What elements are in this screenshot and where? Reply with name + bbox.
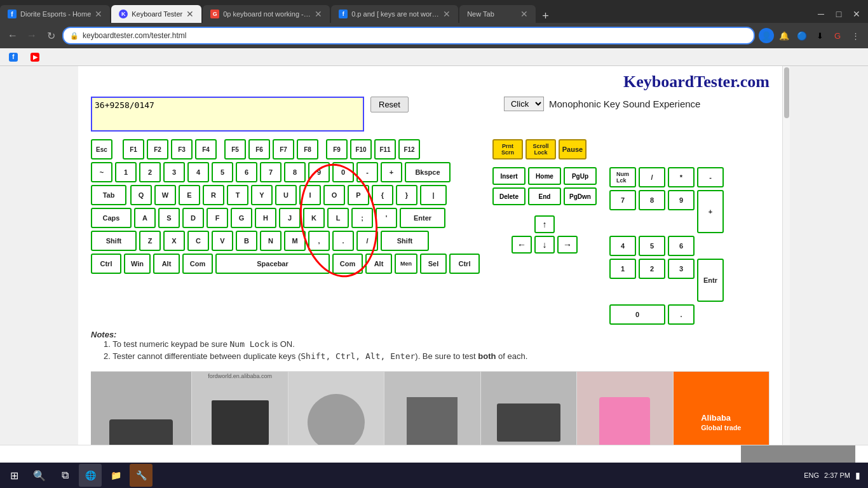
key-y[interactable]: Y [251, 185, 273, 205]
key-shift-right[interactable]: Shift [381, 231, 429, 251]
key-k[interactable]: K [303, 208, 325, 228]
key-h[interactable]: H [255, 208, 276, 228]
key-num-1[interactable]: 1 [609, 259, 636, 279]
bookmark-fb[interactable]: f [5, 51, 22, 63]
key-up[interactable]: ↑ [534, 215, 555, 233]
key-caps[interactable]: Caps [91, 208, 132, 228]
tab-close-5[interactable]: ✕ [520, 9, 528, 19]
key-end[interactable]: End [528, 187, 561, 205]
app-btn-orange[interactable]: 🔧 [130, 464, 153, 479]
key-num-minus[interactable]: - [697, 167, 724, 187]
key-ctrl-right[interactable]: Ctrl [449, 254, 480, 274]
key-alt-right[interactable]: Alt [365, 254, 392, 274]
key-v[interactable]: V [212, 231, 233, 251]
extension-icon-2[interactable]: 🔵 [794, 28, 810, 43]
key-e[interactable]: E [179, 185, 200, 205]
key-f3[interactable]: F3 [171, 139, 193, 159]
key-3[interactable]: 3 [163, 162, 185, 182]
key-pgdn[interactable]: PgDwn [564, 187, 597, 205]
key-num-3[interactable]: 3 [668, 259, 695, 279]
key-5[interactable]: 5 [212, 162, 233, 182]
key-w[interactable]: W [154, 185, 176, 205]
key-x[interactable]: X [163, 231, 185, 251]
key-f[interactable]: F [207, 208, 228, 228]
key-num-dot[interactable]: . [668, 304, 695, 325]
key-minus[interactable]: - [356, 162, 378, 182]
scrollbar[interactable] [782, 66, 790, 479]
extension-icon-1[interactable]: 🔔 [776, 28, 792, 43]
key-home[interactable]: Home [528, 167, 561, 185]
new-tab-button[interactable]: + [537, 10, 554, 23]
key-plus[interactable]: + [381, 162, 402, 182]
key-sel[interactable]: Sel [420, 254, 447, 274]
key-backspace[interactable]: Bkspce [405, 162, 451, 182]
key-b[interactable]: B [236, 231, 257, 251]
back-button[interactable]: ← [5, 28, 20, 43]
chrome-taskbar-btn[interactable]: 🌐 [79, 464, 102, 479]
key-pause[interactable]: Pause [559, 139, 587, 159]
file-explorer-btn[interactable]: 📁 [104, 464, 127, 479]
bookmark-yt[interactable]: ▶ [27, 51, 43, 63]
refresh-button[interactable]: ↻ [43, 28, 58, 43]
key-a[interactable]: A [134, 208, 156, 228]
key-textarea[interactable]: 36+9258/0147 [91, 97, 364, 132]
key-quote[interactable]: ' [376, 208, 397, 228]
tab-close-3[interactable]: ✕ [315, 9, 322, 19]
reset-button[interactable]: Reset [370, 97, 409, 112]
key-f4[interactable]: F4 [195, 139, 217, 159]
scrollbar-thumb[interactable] [784, 67, 789, 118]
maximize-button[interactable]: □ [830, 5, 848, 23]
key-left[interactable]: ← [512, 236, 532, 254]
forward-button[interactable]: → [24, 28, 39, 43]
key-j[interactable]: J [279, 208, 301, 228]
key-alt-left[interactable]: Alt [153, 254, 180, 274]
key-c[interactable]: C [187, 231, 209, 251]
extension-icon-3[interactable]: ⬇ [812, 28, 827, 43]
key-q[interactable]: Q [130, 185, 152, 205]
account-icon[interactable]: 👤 [759, 28, 774, 43]
key-num-enter[interactable]: Entr [697, 259, 724, 302]
key-tab[interactable]: Tab [91, 185, 126, 205]
key-f11[interactable]: F11 [374, 139, 396, 159]
key-num-4[interactable]: 4 [609, 236, 636, 256]
key-print-screen[interactable]: PrntScrn [492, 139, 523, 159]
key-s[interactable]: S [158, 208, 180, 228]
key-d[interactable]: D [182, 208, 204, 228]
key-num-lock[interactable]: NumLck [609, 167, 636, 187]
key-num-plus[interactable]: + [697, 190, 724, 233]
key-z[interactable]: Z [139, 231, 161, 251]
key-rbracket[interactable]: } [396, 185, 417, 205]
key-f7[interactable]: F7 [273, 139, 294, 159]
key-enter[interactable]: Enter [400, 208, 445, 228]
key-delete[interactable]: Delete [492, 187, 526, 205]
key-slash[interactable]: / [356, 231, 378, 251]
tab-close-4[interactable]: ✕ [443, 9, 451, 19]
key-o[interactable]: O [323, 185, 345, 205]
key-num-0[interactable]: 0 [609, 304, 665, 325]
key-6[interactable]: 6 [236, 162, 257, 182]
key-period[interactable]: . [332, 231, 354, 251]
tab-close-2[interactable]: ✕ [186, 9, 194, 19]
key-num-8[interactable]: 8 [639, 190, 665, 210]
key-u[interactable]: U [275, 185, 297, 205]
key-scroll-lock[interactable]: ScrollLock [526, 139, 556, 159]
key-num-7[interactable]: 7 [609, 190, 636, 210]
key-num-div[interactable]: / [639, 167, 665, 187]
key-spacebar[interactable]: Spacebar [215, 254, 330, 274]
key-comma[interactable]: , [308, 231, 330, 251]
key-right[interactable]: → [557, 236, 578, 254]
key-l[interactable]: L [327, 208, 349, 228]
key-g[interactable]: G [231, 208, 252, 228]
tab-close-1[interactable]: ✕ [95, 9, 102, 19]
key-9[interactable]: 9 [308, 162, 330, 182]
key-0[interactable]: 0 [332, 162, 354, 182]
minimize-button[interactable]: ─ [812, 5, 830, 23]
key-semicolon[interactable]: ; [351, 208, 373, 228]
task-view-button[interactable]: ⧉ [53, 464, 76, 479]
key-f6[interactable]: F6 [248, 139, 270, 159]
dots-icon[interactable]: ⋮ [848, 28, 863, 43]
key-f2[interactable]: F2 [147, 139, 168, 159]
key-i[interactable]: I [299, 185, 321, 205]
key-win[interactable]: Win [124, 254, 151, 274]
key-tilde[interactable]: ~ [91, 162, 112, 182]
